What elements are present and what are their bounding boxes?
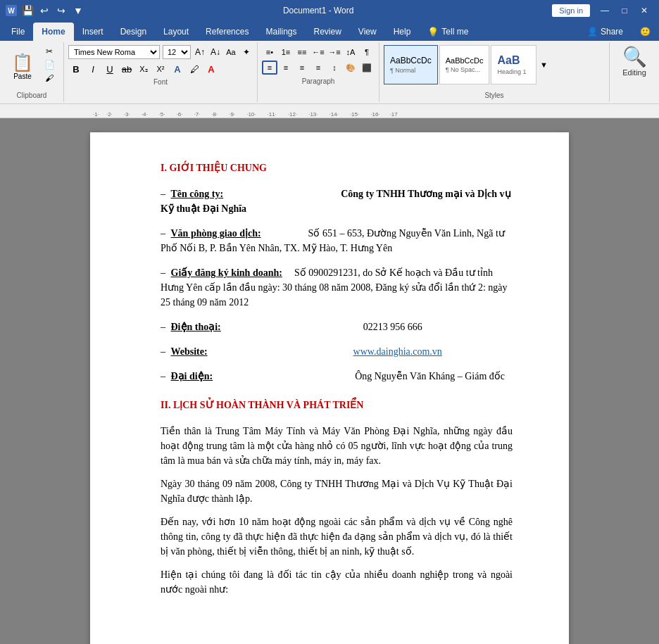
office-label: Văn phòng giao dịch: bbox=[171, 228, 261, 239]
minimize-button[interactable]: — bbox=[596, 1, 614, 20]
clear-formatting-button[interactable]: ✦ bbox=[240, 45, 253, 59]
superscript-button[interactable]: X² bbox=[153, 61, 168, 77]
quick-redo[interactable]: ↪ bbox=[55, 4, 68, 17]
bold-button[interactable]: B bbox=[68, 61, 84, 77]
style-no-spacing[interactable]: AaBbCcDc ¶ No Spac... bbox=[439, 45, 490, 84]
quick-access-dropdown[interactable]: ▼ bbox=[72, 4, 84, 17]
format-painter-button[interactable]: 🖌 bbox=[41, 72, 58, 84]
paragraph-4: Hiện tại chúng tôi đang là đối tác tin c… bbox=[161, 567, 513, 597]
bullets-button[interactable]: ≡• bbox=[262, 45, 277, 59]
company-name-label: Tên công ty: bbox=[171, 189, 224, 199]
ribbon-toolbar: 📋 Paste ✂ 📄 🖌 Clipboard Times New Roma 1… bbox=[0, 41, 659, 104]
ruler-marks: ·1· ·2· ·3· ·4· ·5· ·6· ·7· ·8· ·9· ·10·… bbox=[92, 104, 402, 118]
paragraph-label: Paragraph bbox=[262, 77, 375, 85]
style-normal-label: ¶ Normal bbox=[390, 67, 432, 74]
borders-button[interactable]: ⬛ bbox=[359, 61, 375, 75]
tab-layout[interactable]: Layout bbox=[155, 23, 197, 41]
underline-button[interactable]: U bbox=[102, 61, 118, 77]
font-size-decrease[interactable]: A↓ bbox=[209, 45, 222, 59]
tab-help[interactable]: Help bbox=[385, 23, 420, 41]
office-block: – Văn phòng giao dịch: Số 651 – 653, Đườ… bbox=[161, 226, 513, 255]
rep-label: Đại diện: bbox=[171, 371, 213, 381]
justify-button[interactable]: ≡ bbox=[310, 61, 326, 75]
rep-value: Ông Nguyễn Văn Kháng – Giám đốc bbox=[355, 371, 505, 381]
tab-home[interactable]: Home bbox=[33, 23, 73, 41]
paste-icon: 📋 bbox=[12, 53, 33, 72]
company-name-block: – Tên công ty: Công ty TNHH Thương mại v… bbox=[161, 187, 513, 216]
biz-reg-label: Giấy đăng ký kinh doanh: bbox=[171, 267, 282, 278]
cut-button[interactable]: ✂ bbox=[41, 45, 58, 58]
rep-block: – Đại diện: Ông Nguyễn Văn Kháng – Giám … bbox=[161, 369, 513, 384]
tab-references[interactable]: References bbox=[197, 23, 257, 41]
tab-file[interactable]: File bbox=[3, 23, 33, 41]
dash-6: – bbox=[161, 371, 165, 381]
window-title: Document1 - Word bbox=[84, 6, 552, 15]
font-size-increase[interactable]: A↑ bbox=[194, 45, 206, 59]
numbering-button[interactable]: 1≡ bbox=[278, 45, 294, 59]
sort-button[interactable]: ↕A bbox=[343, 45, 358, 59]
ruler: ·1· ·2· ·3· ·4· ·5· ·6· ·7· ·8· ·9· ·10·… bbox=[0, 104, 659, 118]
dash-4: – bbox=[161, 322, 165, 332]
style-h1-preview: AaB bbox=[497, 54, 530, 67]
section2-heading: II. LỊCH SỬ HOÀN THÀNH VÀ PHÁT TRIỂN bbox=[161, 398, 513, 412]
subscript-button[interactable]: X₂ bbox=[136, 61, 151, 77]
style-normal[interactable]: AaBbCcDc ¶ Normal bbox=[384, 45, 438, 84]
emoji-button[interactable]: 🙂 bbox=[632, 23, 659, 41]
dash-3: – bbox=[161, 267, 165, 278]
tab-insert[interactable]: Insert bbox=[74, 23, 112, 41]
strikethrough-button[interactable]: ab bbox=[119, 61, 134, 77]
italic-button[interactable]: I bbox=[85, 61, 101, 77]
share-button[interactable]: 👤 Share bbox=[579, 23, 632, 41]
multilevel-list-button[interactable]: ≡≡ bbox=[294, 45, 310, 59]
close-button[interactable]: ✕ bbox=[635, 1, 653, 20]
paragraph-1: Tiền thân là Trung Tâm Máy Tính và Máy V… bbox=[161, 424, 513, 468]
phone-block: – Điện thoại: 02213 956 666 bbox=[161, 320, 513, 334]
editing-group: 🔍 Editing bbox=[610, 42, 659, 102]
phone-label: Điện thoại: bbox=[171, 322, 221, 332]
text-effects-button[interactable]: A bbox=[170, 61, 185, 77]
font-size-select[interactable]: 12 bbox=[163, 45, 191, 59]
copy-button[interactable]: 📄 bbox=[41, 58, 58, 71]
tab-design[interactable]: Design bbox=[112, 23, 155, 41]
tab-review[interactable]: Review bbox=[305, 23, 349, 41]
paragraph-group: ≡• 1≡ ≡≡ ←≡ →≡ ↕A ¶ ≡ ≡ ≡ ≡ ↕ 🎨 ⬛ Paragr… bbox=[258, 42, 379, 102]
tab-view[interactable]: View bbox=[350, 23, 385, 41]
document-page[interactable]: I. GIỚI THIỆU CHUNG – Tên công ty: Công … bbox=[90, 132, 569, 644]
dash-1: – bbox=[161, 189, 165, 199]
font-color-button[interactable]: A bbox=[203, 61, 219, 77]
line-spacing-button[interactable]: ↕ bbox=[327, 61, 342, 75]
decrease-indent-button[interactable]: ←≡ bbox=[310, 45, 326, 59]
text-highlight-button[interactable]: 🖊 bbox=[187, 61, 202, 77]
align-center-button[interactable]: ≡ bbox=[278, 61, 294, 75]
clipboard-group: 📋 Paste ✂ 📄 🖌 Clipboard bbox=[0, 42, 64, 102]
style-heading1[interactable]: AaB Heading 1 bbox=[491, 45, 536, 84]
biz-reg-block: – Giấy đăng ký kinh doanh: Số 0900291231… bbox=[161, 265, 513, 310]
quick-undo[interactable]: ↩ bbox=[38, 4, 51, 17]
share-icon: 👤 bbox=[587, 27, 598, 37]
document-area: I. GIỚI THIỆU CHUNG – Tên công ty: Công … bbox=[0, 118, 659, 644]
paste-button[interactable]: 📋 Paste bbox=[6, 45, 39, 87]
editing-button[interactable]: 🔍 Editing bbox=[622, 45, 647, 77]
styles-group-label: Styles bbox=[384, 91, 605, 99]
shading-button[interactable]: 🎨 bbox=[343, 61, 358, 75]
show-formatting-button[interactable]: ¶ bbox=[359, 45, 375, 59]
font-family-select[interactable]: Times New Roma bbox=[68, 45, 160, 59]
website-value[interactable]: www.dainghia.com.vn bbox=[353, 346, 442, 357]
styles-dropdown[interactable]: ▼ bbox=[538, 45, 549, 84]
title-bar: W 💾 ↩ ↪ ▼ Document1 - Word Sign in — □ ✕ bbox=[0, 0, 659, 21]
quick-save[interactable]: 💾 bbox=[21, 4, 34, 17]
align-left-button[interactable]: ≡ bbox=[262, 61, 277, 75]
title-bar-right: Sign in — □ ✕ bbox=[552, 1, 653, 20]
change-case-button[interactable]: Aa bbox=[225, 45, 237, 59]
align-right-button[interactable]: ≡ bbox=[294, 61, 310, 75]
tab-tell-me[interactable]: 💡 Tell me bbox=[419, 23, 477, 41]
editing-icon: 🔍 bbox=[622, 45, 647, 68]
increase-indent-button[interactable]: →≡ bbox=[327, 45, 342, 59]
sign-in-button[interactable]: Sign in bbox=[552, 4, 590, 17]
font-group-label: Font bbox=[68, 78, 253, 86]
tab-mailings[interactable]: Mailings bbox=[257, 23, 305, 41]
styles-group: AaBbCcDc ¶ Normal AaBbCcDc ¶ No Spac... … bbox=[379, 42, 610, 102]
dash-2: – bbox=[161, 228, 165, 239]
paragraph-2: Ngày 30 tháng 09 năm 2008, Công ty TNHH … bbox=[161, 476, 513, 506]
maximize-button[interactable]: □ bbox=[615, 1, 634, 20]
